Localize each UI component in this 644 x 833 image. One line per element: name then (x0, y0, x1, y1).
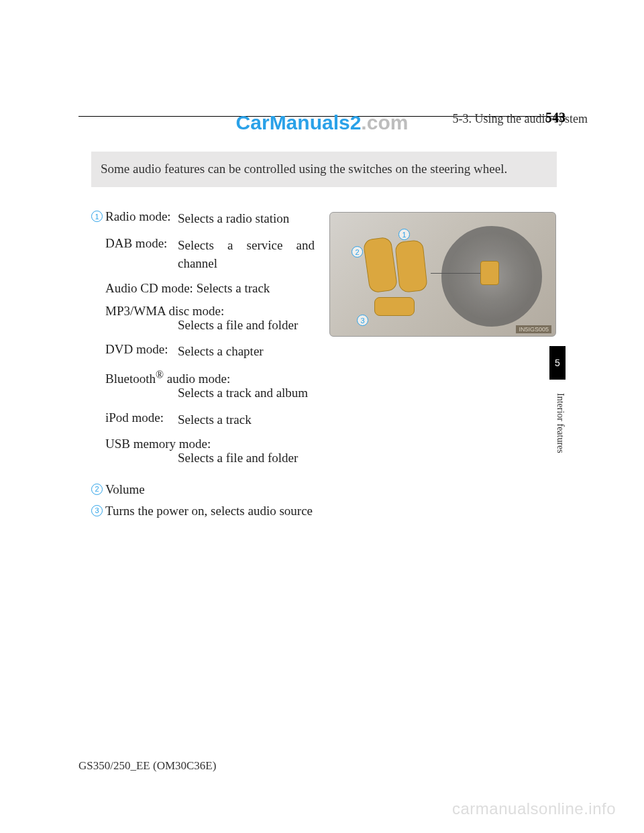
footer-text: GS350/250_EE (OM30C36E) (78, 759, 216, 773)
page-number: 543 (545, 110, 566, 125)
figure-num-3: 3 (357, 315, 368, 326)
mode-mp3-desc: Selects a file and folder (178, 316, 315, 335)
list-item-3: 3 Turns the power on, selects audio sour… (91, 504, 315, 518)
content-list: 1 Radio mode: Selects a radio station DA… (91, 209, 315, 525)
mode-dab-label: DAB mode: (105, 236, 178, 251)
figure-num-1: 1 (398, 229, 410, 240)
mode-dvd-label: DVD mode: (105, 342, 178, 357)
mode-usb-desc: Selects a file and folder (178, 449, 315, 467)
watermark-bottom: carmanualsonline.info (452, 799, 616, 818)
item-2-text: Volume (105, 482, 315, 497)
chapter-number: 5 (549, 346, 566, 380)
mode-cd-label: Audio CD mode: (105, 281, 197, 295)
item-1-body: Radio mode: Selects a radio station DAB … (105, 209, 315, 476)
list-item-2: 2 Volume (91, 482, 315, 497)
mode-dvd: DVD mode: Selects a chapter (105, 342, 315, 361)
list-item-1: 1 Radio mode: Selects a radio station DA… (91, 209, 315, 476)
side-tab: 5 Interior features (549, 346, 566, 641)
page: CarManuals2.com 5-3. Using the audio sys… (0, 0, 644, 833)
mode-dvd-desc: Selects a chapter (178, 342, 315, 361)
mode-radio-desc: Selects a radio station (178, 209, 315, 228)
mode-bt-label: Bluetooth (105, 372, 156, 386)
mode-bt-desc: Selects a track and album (178, 384, 315, 402)
bullet-2: 2 (91, 484, 105, 497)
mode-ipod-desc: Selects a track (178, 410, 315, 429)
figure-button-2 (394, 239, 428, 293)
figure-callout (480, 261, 499, 285)
section-title: 5-3. Using the audio system (453, 112, 588, 126)
circle-3-icon: 3 (91, 505, 103, 516)
figure-button-1 (363, 236, 398, 293)
mode-radio-label: Radio mode: (105, 209, 178, 224)
intro-box: Some audio features can be controlled us… (91, 152, 557, 187)
mode-ipod: iPod mode: Selects a track (105, 410, 315, 429)
mode-radio: Radio mode: Selects a radio station (105, 209, 315, 228)
mode-cd-desc: Selects a track (197, 281, 270, 295)
mode-dab-desc: Selects a service and channel (178, 236, 315, 273)
item-3-text: Turns the power on, selects audio source (105, 504, 315, 518)
figure-code: IN5IGS005 (516, 325, 551, 333)
circle-1-icon: 1 (91, 211, 103, 222)
mode-dab: DAB mode: Selects a service and channel (105, 236, 315, 273)
figure-num-2: 2 (352, 246, 363, 258)
bullet-3: 3 (91, 505, 105, 518)
figure-button-mode (374, 297, 415, 316)
mode-ipod-label: iPod mode: (105, 410, 178, 425)
figure-controls: 1 2 3 (339, 225, 433, 325)
mode-bt-sup: ® (156, 369, 164, 380)
bullet-1: 1 (91, 211, 105, 476)
circle-2-icon: 2 (91, 484, 103, 495)
figure: 1 2 3 IN5IGS005 (329, 212, 556, 337)
chapter-label: Interior features (549, 393, 566, 453)
